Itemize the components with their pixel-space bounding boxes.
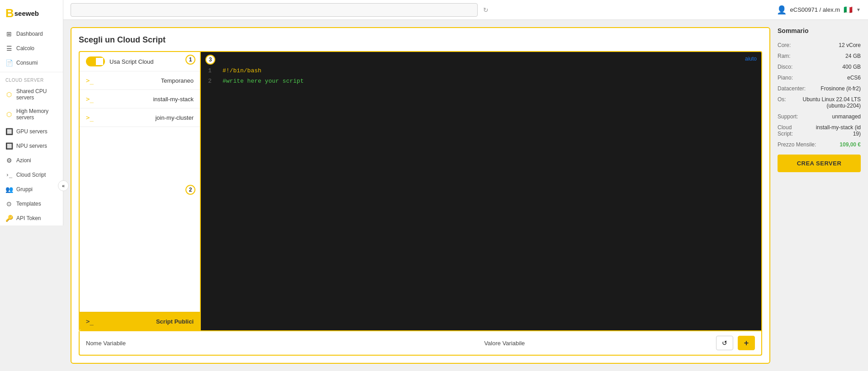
cloud-script-panel: Scegli un Cloud Script xyxy=(71,27,770,364)
summary-val: 24 GB xyxy=(845,53,861,59)
summary-val: install-my-stack (id 19) xyxy=(808,124,861,137)
sidebar-item-calcolo[interactable]: ☰ Calcolo xyxy=(0,41,63,56)
summary-key: Ram: xyxy=(778,53,791,59)
summary-val: eCS6 xyxy=(847,75,861,81)
summary-row-core: Core: 12 vCore xyxy=(778,40,861,51)
azioni-icon: ⚙ xyxy=(5,157,13,164)
sidebar-collapse-button[interactable]: « xyxy=(58,180,69,191)
sidebar-item-label: Consumi xyxy=(16,60,38,66)
sidebar-item-consumi[interactable]: 📄 Consumi xyxy=(0,56,63,70)
summary-panel: Sommario Core: 12 vCore Ram: 24 GB Disco… xyxy=(770,27,861,364)
summary-key: Datacenter: xyxy=(778,85,806,92)
summary-key: Prezzo Mensile: xyxy=(778,141,816,148)
sidebar-item-label: Gruppi xyxy=(16,186,33,193)
variable-row: Nome Variabile Valore Variabile ↺ + xyxy=(79,331,762,356)
summary-key: Disco: xyxy=(778,64,792,70)
variable-name-label: Nome Variabile xyxy=(86,340,293,347)
script-prompt-icon: >_ xyxy=(86,77,94,84)
script-list-spacer: 2 xyxy=(80,127,200,199)
toggle-label: Usa Script Cloud xyxy=(109,58,154,65)
step-3-badge: 3 xyxy=(205,55,215,65)
summary-val: unmanaged xyxy=(832,113,861,120)
code-editor[interactable]: 1 #!/bin/bash 2 #write here your script xyxy=(201,52,761,330)
language-flag[interactable]: 🇮🇹 xyxy=(844,5,853,14)
summary-val: Ubuntu Linux 22.04 LTS (ubuntu-2204) xyxy=(786,96,861,109)
line-content: #write here your script xyxy=(223,76,304,86)
high-memory-icon: ⬡ xyxy=(5,111,13,118)
variable-reset-button[interactable]: ↺ xyxy=(716,336,733,350)
crea-server-button[interactable]: CREA SERVER xyxy=(778,155,861,172)
script-items-container: >_ Temporaneo >_ install-my-stack >_ joi… xyxy=(80,71,200,312)
gpu-icon: 🔲 xyxy=(5,128,13,135)
code-line-2: 2 #write here your script xyxy=(208,76,754,86)
variable-value-label: Valore Variabile xyxy=(298,340,711,347)
sidebar-item-cloud-script[interactable]: ›_ Cloud Script xyxy=(0,168,63,182)
script-item-temporaneo[interactable]: >_ Temporaneo xyxy=(80,71,200,90)
user-avatar-icon: 👤 xyxy=(777,5,787,15)
cloud-server-label: CLOUD SERVER xyxy=(0,74,63,85)
calcolo-icon: ☰ xyxy=(5,45,13,52)
variable-add-button[interactable]: + xyxy=(738,336,755,350)
summary-row-support: Support: unmanaged xyxy=(778,111,861,122)
sidebar-item-api-token[interactable]: 🔑 API Token xyxy=(0,211,63,225)
sidebar-item-label: High Memory servers xyxy=(16,108,57,121)
sidebar-item-label: Azioni xyxy=(16,157,31,164)
sidebar-item-gruppi[interactable]: 👥 Gruppi xyxy=(0,182,63,197)
sidebar-item-gpu[interactable]: 🔲 GPU servers xyxy=(0,124,63,139)
script-public-prompt-icon: >_ xyxy=(86,318,94,325)
code-editor-area: 3 aiuto 1 #!/bin/bash 2 #write he xyxy=(201,51,762,331)
sidebar-item-label: Calcolo xyxy=(16,45,34,52)
sidebar-item-dashboard[interactable]: ⊞ Dashboard xyxy=(0,27,63,41)
sidebar-item-npu[interactable]: 🔲 NPU servers xyxy=(0,139,63,153)
sidebar-item-label: GPU servers xyxy=(16,128,47,135)
language-dropdown-icon[interactable]: ▼ xyxy=(856,7,861,12)
api-token-icon: 🔑 xyxy=(5,215,13,222)
sidebar-item-label: Templates xyxy=(16,201,41,207)
script-name: Temporaneo xyxy=(98,77,194,84)
use-script-toggle[interactable] xyxy=(86,56,105,66)
sidebar-item-high-memory[interactable]: ⬡ High Memory servers xyxy=(0,104,63,124)
cloud-script-icon: ›_ xyxy=(5,171,13,178)
summary-val: 400 GB xyxy=(842,64,861,70)
sidebar-item-shared-cpu[interactable]: ⬡ Shared CPU servers xyxy=(0,85,63,104)
summary-row-piano: Piano: eCS6 xyxy=(778,72,861,83)
npu-icon: 🔲 xyxy=(5,142,13,150)
summary-key: Os: xyxy=(778,96,786,103)
summary-row-disco: Disco: 400 GB xyxy=(778,61,861,72)
shared-cpu-icon: ⬡ xyxy=(5,91,13,98)
sidebar-item-azioni[interactable]: ⚙ Azioni xyxy=(0,153,63,168)
consumi-icon: 📄 xyxy=(5,59,13,66)
script-public-button[interactable]: >_ Script Publici xyxy=(80,312,200,330)
summary-key: Support: xyxy=(778,113,798,120)
help-link[interactable]: aiuto xyxy=(745,56,757,62)
sidebar-item-templates[interactable]: ⊙ Templates xyxy=(0,197,63,211)
summary-row-ram: Ram: 24 GB xyxy=(778,51,861,61)
summary-row-cloud-script: Cloud Script: install-my-stack (id 19) xyxy=(778,122,861,139)
search-input[interactable] xyxy=(71,3,478,17)
code-line-1: 1 #!/bin/bash xyxy=(208,66,754,76)
logo-text: seeweb xyxy=(14,9,39,17)
script-item-install-my-stack[interactable]: >_ install-my-stack xyxy=(80,90,200,108)
line-content: #!/bin/bash xyxy=(223,66,261,76)
summary-row-prezzo: Prezzo Mensile: 109,00 € xyxy=(778,139,861,150)
summary-val-price: 109,00 € xyxy=(840,141,861,148)
logo-b: B xyxy=(5,6,14,20)
summary-key: Piano: xyxy=(778,75,793,81)
panel-title: Scegli un Cloud Script xyxy=(79,35,762,45)
script-item-join-my-cluster[interactable]: >_ join-my-cluster xyxy=(80,108,200,127)
summary-row-os: Os: Ubuntu Linux 22.04 LTS (ubuntu-2204) xyxy=(778,94,861,111)
sidebar-item-label: NPU servers xyxy=(16,143,47,149)
search-refresh-icon[interactable]: ↻ xyxy=(483,6,489,14)
gruppi-icon: 👥 xyxy=(5,186,13,193)
step-1-badge: 1 xyxy=(185,55,195,65)
summary-row-datacenter: Datacenter: Frosinone (it-fr2) xyxy=(778,83,861,94)
user-label: eCS00971 / alex.m xyxy=(790,6,840,13)
step-2-badge: 2 xyxy=(185,185,195,195)
script-prompt-icon: >_ xyxy=(86,95,94,103)
line-number: 2 xyxy=(208,76,215,86)
sidebar-item-label: Shared CPU servers xyxy=(16,88,57,101)
templates-icon: ⊙ xyxy=(5,200,13,207)
summary-key: Core: xyxy=(778,42,791,48)
summary-key: Cloud Script: xyxy=(778,124,808,137)
line-number: 1 xyxy=(208,66,215,76)
